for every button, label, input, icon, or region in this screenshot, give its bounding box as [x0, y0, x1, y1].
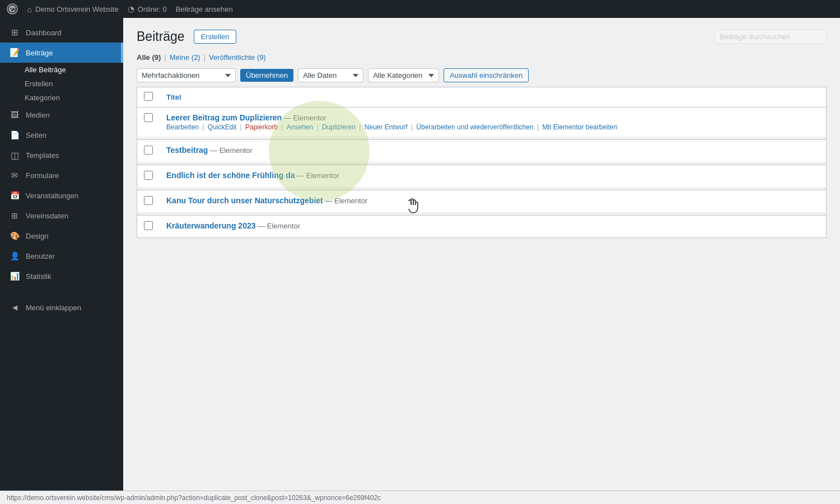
sidebar-item-dashboard[interactable]: Dashboard	[0, 22, 123, 43]
wp-icon	[7, 3, 18, 15]
sidebar-sub-beitraege: Alle Beiträge Erstellen Kategorien	[0, 63, 123, 105]
post-type: — Elementor	[325, 197, 367, 205]
sidebar-item-label: Beiträge	[26, 49, 53, 57]
sidebar-item-vereinsdaten[interactable]: ⊞ Vereinsdaten	[0, 206, 123, 226]
sidebar-item-label: Vereinsdaten	[26, 212, 68, 220]
row-checkbox[interactable]	[144, 221, 153, 230]
table-row: Endlich ist der schöne Frühling da — Ele…	[137, 165, 827, 188]
row-checkbox[interactable]	[144, 171, 153, 180]
row-action-papierkorb[interactable]: Papierkorb	[245, 123, 278, 131]
circle-icon: ◔	[128, 4, 134, 13]
filter-bar: Alle (9) | Meine (2) | Veröffentlichte (…	[137, 53, 827, 62]
table-row: Leerer Beitrag zum Duplizieren — Element…	[137, 108, 827, 137]
design-icon: 🎨	[9, 230, 20, 241]
filter-alle[interactable]: Alle (9)	[137, 53, 161, 62]
sidebar-item-veranstaltungen[interactable]: 📅 Veranstaltungen	[0, 185, 123, 206]
wp-logo-link[interactable]	[7, 3, 18, 15]
filter-veroeffentlichte[interactable]: Veröffentlichte (9)	[209, 53, 266, 62]
sidebar-item-design[interactable]: 🎨 Design	[0, 226, 123, 246]
sidebar-item-seiten[interactable]: 📄 Seiten	[0, 125, 123, 145]
row-action-neuer-entwurf[interactable]: Neuer Entwurf	[365, 123, 408, 131]
filter-button[interactable]: Auswahl einschränken	[444, 68, 529, 82]
post-type: — Elementor	[297, 171, 339, 180]
select-all-checkbox[interactable]	[144, 92, 153, 101]
table-row: Kräuterwanderung 2023 — Elementor	[137, 216, 827, 238]
page-title: Beiträge	[137, 29, 185, 44]
sidebar-item-statistik[interactable]: 📊 Statistik	[0, 266, 123, 286]
sidebar-item-label: Statistik	[26, 272, 52, 281]
pages-icon: 📄	[9, 129, 20, 141]
date-filter-wrapper: Alle Daten Januar 2023 Februar 2023	[298, 68, 363, 82]
row-checkbox[interactable]	[144, 113, 153, 122]
row-action-quickedit[interactable]: QuickEdit	[208, 123, 236, 131]
bulk-action-select[interactable]: Mehrfachaktionen Bearbeiten In den Papie…	[137, 68, 236, 82]
row-actions: Bearbeiten | QuickEdit | Papierkorb | An…	[166, 123, 819, 131]
apply-button[interactable]: Übernehmen	[240, 69, 293, 82]
row-checkbox[interactable]	[144, 146, 153, 155]
forms-icon: ✉	[9, 170, 20, 181]
dashboard-icon	[9, 27, 20, 38]
table-row: Testbeitrag — Elementor	[137, 140, 827, 162]
sidebar-item-label: Benutzer	[26, 252, 55, 260]
main-content: Beiträge Erstellen Alle (9) | Meine (2) …	[123, 18, 840, 504]
sidebar-item-label: Templates	[26, 151, 59, 160]
sidebar-item-label: Menü einklappen	[26, 304, 81, 312]
sidebar-sub-item-alle-beitraege[interactable]: Alle Beiträge	[25, 63, 123, 77]
toolbar: Mehrfachaktionen Bearbeiten In den Papie…	[137, 68, 827, 82]
row-checkbox[interactable]	[144, 196, 153, 205]
sidebar-sub-item-kategorien[interactable]: Kategorien	[25, 91, 123, 105]
row-action-überarbeiten-und-wiederveröffentlichen[interactable]: Überarbeiten und wiederveröffentlichen	[416, 123, 533, 131]
date-filter-select[interactable]: Alle Daten Januar 2023 Februar 2023	[298, 68, 363, 82]
topbar: ⌂ Demo Ortsverein Website ◔ Online: 0 Be…	[0, 0, 840, 18]
events-icon: 📅	[9, 190, 20, 201]
post-title-link[interactable]: Testbeitrag	[166, 146, 208, 155]
sidebar-item-benutzer[interactable]: 👤 Benutzer	[0, 246, 123, 266]
create-button[interactable]: Erstellen	[194, 30, 237, 44]
stats-icon: 📊	[9, 270, 20, 282]
post-title-link[interactable]: Kräuterwanderung 2023	[166, 221, 256, 230]
row-action-duplizieren[interactable]: Duplizieren	[322, 123, 356, 131]
view-posts-link[interactable]: Beiträge ansehen	[176, 5, 233, 13]
row-action-mit-elementor-bearbeiten[interactable]: Mit Elementor bearbeiten	[542, 123, 617, 131]
vereins-icon: ⊞	[9, 210, 20, 221]
post-type: — Elementor	[284, 114, 326, 122]
sidebar-item-formulare[interactable]: ✉ Formulare	[0, 165, 123, 185]
sidebar-item-label: Dashboard	[26, 29, 62, 37]
table-row: Kanu Tour durch unser Naturschutzgebiet …	[137, 190, 827, 213]
select-all-header	[137, 87, 160, 108]
row-action-ansehen[interactable]: Ansehen	[287, 123, 313, 131]
collapse-icon: ◀	[9, 302, 20, 313]
post-type: — Elementor	[210, 146, 253, 155]
sidebar: Dashboard 📝 Beiträge Alle Beiträge Erste…	[0, 18, 123, 504]
sidebar-item-templates[interactable]: ◫ Templates	[0, 145, 123, 165]
post-title-link[interactable]: Leerer Beitrag zum Duplizieren	[166, 113, 282, 122]
post-title-link[interactable]: Kanu Tour durch unser Naturschutzgebiet	[166, 196, 323, 205]
sidebar-item-beitraege[interactable]: 📝 Beiträge	[0, 43, 123, 63]
site-name-link[interactable]: ⌂ Demo Ortsverein Website	[27, 4, 119, 14]
status-url: https://demo.ortsverein.website/cms/wp-a…	[7, 494, 381, 502]
sidebar-item-label: Seiten	[26, 131, 46, 139]
posts-icon: 📝	[9, 47, 20, 58]
title-column-header[interactable]: Titel	[160, 87, 827, 108]
home-icon: ⌂	[27, 4, 32, 14]
sidebar-item-collapse[interactable]: ◀ Menü einklappen	[0, 297, 123, 318]
statusbar: https://demo.ortsverein.website/cms/wp-a…	[0, 491, 840, 504]
search-input[interactable]	[715, 30, 827, 44]
sidebar-item-label: Medien	[26, 111, 50, 119]
sidebar-sub-item-erstellen[interactable]: Erstellen	[25, 77, 123, 91]
search-box	[715, 30, 827, 44]
sidebar-item-label: Veranstaltungen	[26, 192, 78, 200]
online-indicator[interactable]: ◔ Online: 0	[128, 4, 167, 13]
sidebar-item-label: Formulare	[26, 171, 59, 180]
filter-meine[interactable]: Meine (2)	[170, 53, 200, 62]
post-title-link[interactable]: Endlich ist der schöne Frühling da	[166, 171, 295, 180]
category-filter-wrapper: Alle Kategorien	[368, 68, 439, 82]
sidebar-item-label: Design	[26, 232, 48, 240]
users-icon: 👤	[9, 250, 20, 262]
posts-table: Titel Leerer Beitrag zum Duplizieren — E…	[137, 87, 827, 238]
bulk-action-wrapper: Mehrfachaktionen Bearbeiten In den Papie…	[137, 68, 236, 82]
media-icon: 🖼	[9, 109, 20, 120]
category-filter-select[interactable]: Alle Kategorien	[368, 68, 439, 82]
sidebar-item-medien[interactable]: 🖼 Medien	[0, 105, 123, 125]
row-action-bearbeiten[interactable]: Bearbeiten	[166, 123, 199, 131]
